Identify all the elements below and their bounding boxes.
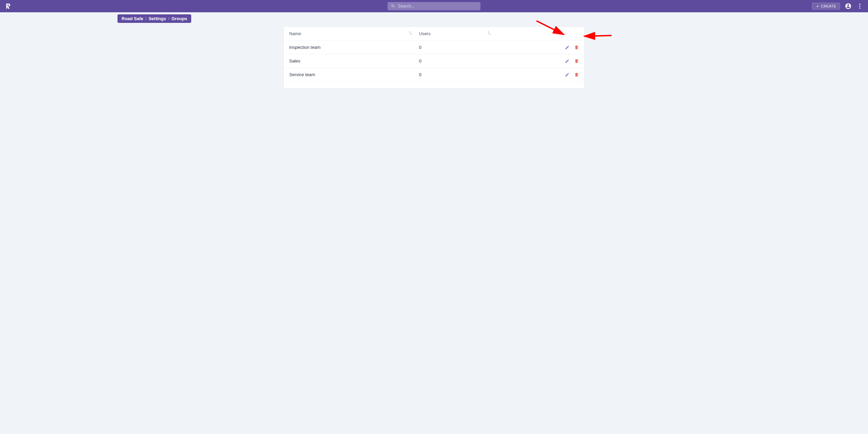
breadcrumb-item-groups[interactable]: Groups (171, 16, 187, 21)
column-header-name[interactable]: Name (289, 31, 419, 36)
table-row: Service team 0 (284, 68, 584, 82)
svg-point-1 (859, 5, 860, 6)
annotation-arrow-right (581, 32, 615, 43)
cell-name: Sales (289, 58, 419, 64)
breadcrumb: Road Safe / Settings / Groups (117, 14, 191, 23)
more-menu-button[interactable] (856, 3, 863, 10)
content: Name Users Inspection team 0 (284, 27, 584, 95)
cell-users: 0 (419, 45, 498, 50)
topbar-right: CREATE (812, 3, 863, 10)
delete-button[interactable] (574, 72, 579, 77)
groups-table-card: Name Users Inspection team 0 (284, 27, 584, 88)
delete-button[interactable] (574, 45, 579, 50)
delete-button[interactable] (574, 59, 579, 64)
pencil-icon (565, 45, 570, 50)
edit-button[interactable] (565, 45, 570, 50)
breadcrumb-wrap: Road Safe / Settings / Groups (0, 12, 868, 23)
account-button[interactable] (845, 3, 852, 10)
edit-button[interactable] (565, 72, 570, 77)
breadcrumb-item-roadsafe[interactable]: Road Safe (122, 16, 143, 21)
column-header-name-label: Name (289, 31, 301, 36)
sort-icon[interactable] (487, 31, 491, 36)
logo-icon (5, 3, 12, 10)
pencil-icon (565, 59, 570, 64)
edit-button[interactable] (565, 59, 570, 64)
row-actions (498, 72, 579, 77)
trash-icon (574, 72, 579, 77)
table-row: Sales 0 (284, 54, 584, 68)
create-button[interactable]: CREATE (812, 3, 840, 10)
svg-point-0 (859, 4, 860, 5)
cell-name: Service team (289, 72, 419, 77)
cell-name: Inspection team (289, 45, 419, 50)
search-wrap (388, 2, 480, 10)
more-vert-icon (856, 3, 863, 10)
pencil-icon (565, 72, 570, 77)
svg-point-2 (859, 8, 860, 9)
search-icon (391, 4, 395, 9)
row-actions (498, 45, 579, 50)
column-header-users[interactable]: Users (419, 31, 498, 36)
sort-icon[interactable] (409, 31, 412, 36)
create-button-label: CREATE (821, 4, 836, 8)
svg-line-4 (584, 36, 612, 36)
topbar: CREATE (0, 0, 868, 12)
search-input[interactable] (398, 4, 477, 9)
app-logo[interactable] (5, 3, 12, 10)
cell-users: 0 (419, 58, 498, 64)
plus-icon (816, 4, 820, 8)
search-box[interactable] (388, 2, 480, 10)
breadcrumb-separator: / (145, 16, 147, 21)
cell-users: 0 (419, 72, 498, 77)
account-circle-icon (845, 3, 852, 10)
breadcrumb-separator: / (168, 16, 170, 21)
trash-icon (574, 59, 579, 63)
breadcrumb-item-settings[interactable]: Settings (149, 16, 166, 21)
table-row: Inspection team 0 (284, 41, 584, 54)
trash-icon (574, 45, 579, 50)
table-header: Name Users (284, 27, 584, 41)
column-header-users-label: Users (419, 31, 431, 36)
row-actions (498, 59, 579, 64)
